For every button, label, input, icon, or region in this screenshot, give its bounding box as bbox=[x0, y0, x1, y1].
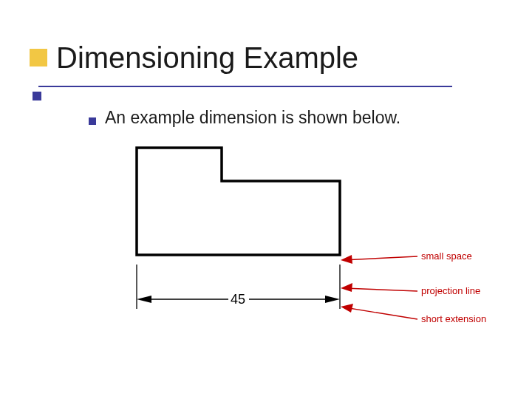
callout-projection-line-line bbox=[344, 288, 417, 291]
dimension-diagram: 45 small space projection line short ext… bbox=[0, 0, 532, 399]
part-outline bbox=[137, 148, 340, 255]
callout-projection-line-arrow-icon bbox=[341, 283, 352, 292]
label-short-extension: short extension bbox=[421, 313, 486, 324]
callout-small-space-arrow-icon bbox=[341, 255, 352, 264]
arrowhead-left-icon bbox=[137, 296, 151, 303]
callout-small-space-line bbox=[343, 256, 417, 260]
dimension-value: 45 bbox=[231, 292, 245, 307]
arrowhead-right-icon bbox=[325, 296, 340, 303]
callout-short-extension-line bbox=[344, 307, 417, 319]
callout-short-extension-arrow-icon bbox=[341, 304, 353, 313]
label-small-space: small space bbox=[421, 250, 472, 262]
label-projection-line: projection line bbox=[421, 285, 480, 296]
slide: Dimensioning Example An example dimensio… bbox=[0, 0, 532, 399]
